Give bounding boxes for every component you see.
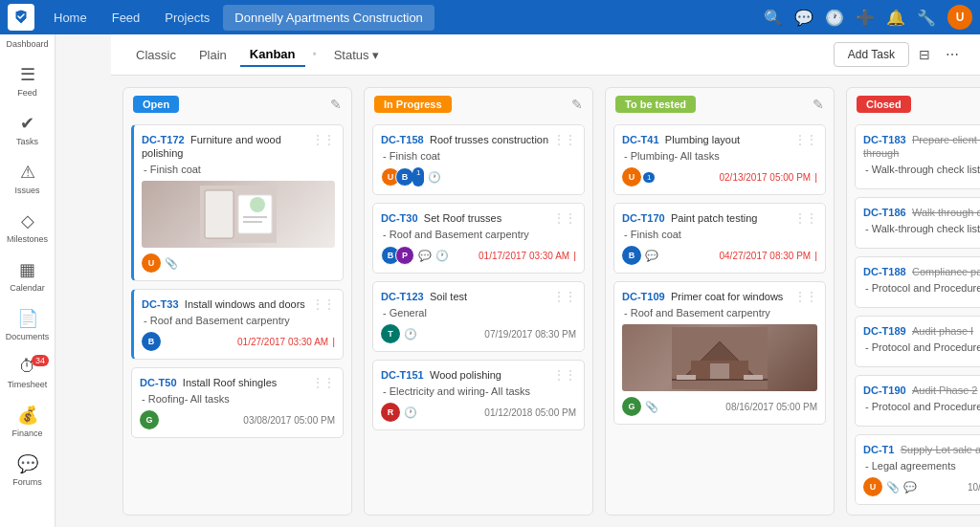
avatar: B [622,246,641,265]
view-classic-button[interactable]: Classic [126,44,186,66]
card-sub: Protocol and Procedures [863,341,980,353]
card-sub: Legal agreements [863,460,980,472]
status-filter-button[interactable]: Status ▾ [324,44,389,66]
card-dc-t170[interactable]: DC-T170 Paint patch testing ⋮⋮ Finish co… [613,203,826,274]
card-date: 02/13/2017 05:00 PM [720,172,812,183]
card-dc-t1-header: DC-T1 Supply Lot sale agreement ⋮⋮ [863,443,980,456]
drag-handle-icon[interactable]: ⋮⋮ [312,376,335,389]
card-dc-t183[interactable]: DC-T183 Prepare client list for walk thr… [855,124,980,189]
drag-handle-icon[interactable]: ⋮⋮ [312,133,335,146]
avatar-stack: B P [381,246,414,265]
card-dc-t33[interactable]: DC-T33 Install windows and doors ⋮⋮ Roof… [131,289,344,360]
card-sub: Finish coat [622,229,817,240]
sidebar-item-forums[interactable]: 💬 Forums [0,446,55,494]
main-content: Classic Plain Kanban • Status ▾ Add Task… [111,34,980,527]
drag-handle-icon[interactable]: ⋮⋮ [794,133,817,146]
card-sub: Walk-through check list [863,164,980,175]
clock-icon[interactable]: 🕐 [825,9,844,27]
card-dc-t189[interactable]: DC-T189 Audit phase I ⋮⋮ Protocol and Pr… [855,316,980,367]
card-id: DC-T183 [863,134,906,145]
sidebar-item-timesheet[interactable]: ⏱ Timesheet 34 [0,349,55,397]
card-title: Compliance paperwork [912,266,980,277]
card-dc-t151[interactable]: DC-T151 Wood polishing ⋮⋮ Electricity an… [372,360,585,430]
comment-icon: 💬 [903,481,917,494]
tools-icon[interactable]: 🔧 [917,9,936,27]
card-sub: Finish coat [142,164,335,175]
card-footer: G 03/08/2017 05:00 PM [140,410,335,429]
card-id: DC-T170 [622,212,665,224]
card-sub: General [381,307,576,318]
chat-icon[interactable]: 💬 [794,9,813,27]
card-date: 08/16/2017 05:00 PM [725,402,817,412]
card-date: 01/17/2017 03:30 AM [479,251,569,261]
view-kanban-button[interactable]: Kanban [240,43,305,67]
drag-handle-icon[interactable]: ⋮⋮ [794,290,817,303]
sidebar-item-finance[interactable]: 💰 Finance [0,397,55,446]
card-dc-t123[interactable]: DC-T123 Soil test ⋮⋮ General T 🕐 07/19/2… [372,281,585,352]
search-icon[interactable]: 🔍 [764,9,783,27]
nav-project-active[interactable]: Donnelly Apartments Construction [223,5,434,31]
drag-handle-icon[interactable]: ⋮⋮ [553,368,576,382]
card-dc-t109[interactable]: DC-T109 Primer coat for windows ⋮⋮ Roof … [613,281,826,425]
card-dc-t30[interactable]: DC-T30 Set Roof trusses ⋮⋮ Roof and Base… [372,203,585,274]
plus-icon[interactable]: ➕ [856,9,875,27]
sidebar-item-issues[interactable]: ⚠ Issues [0,154,55,203]
card-id: DC-T33 [142,298,179,310]
card-footer: T 🕐 07/19/2017 08:30 PM [381,324,576,343]
card-dc-t190[interactable]: DC-T190 Audit Phase 2 ⋮⋮ Protocol and Pr… [855,375,980,427]
sidebar-item-calendar[interactable]: ▦ Calendar [0,252,55,300]
card-dc-t172[interactable]: DC-T172 Furniture and wood polishing ⋮⋮ … [131,124,344,281]
drag-handle-icon[interactable]: ⋮⋮ [794,211,817,225]
filter-icon[interactable]: ⊟ [913,43,936,66]
sidebar-item-documents[interactable]: 📄 Documents [0,300,55,349]
top-navigation: Home Feed Projects Donnelly Apartments C… [0,0,980,34]
card-dc-t41[interactable]: DC-T41 Plumbing layout ⋮⋮ Plumbing- All … [613,124,826,195]
card-dc-t186[interactable]: DC-T186 Walk through day plan ⋮⋮ Walk-th… [855,197,980,249]
add-task-button[interactable]: Add Task [834,42,909,67]
card-title: Roof trusses construction [430,134,548,145]
more-options-icon[interactable]: ⋯ [940,43,965,66]
card-id: DC-T186 [863,207,906,218]
column-open-menu[interactable]: ✎ [330,97,342,112]
toolbar-separator: • [313,48,317,61]
card-id: DC-T190 [863,384,906,396]
closed-badge: Closed [857,96,911,113]
card-dc-t109-header: DC-T109 Primer coat for windows ⋮⋮ [622,290,817,303]
sidebar-item-feed[interactable]: ☰ Feed [0,56,55,105]
comment-icon: 💬 [645,250,658,262]
svg-rect-11 [677,375,696,380]
card-dc-t50[interactable]: DC-T50 Install Roof shingles ⋮⋮ Roofing-… [131,367,344,438]
bell-icon[interactable]: 🔔 [886,9,905,27]
card-date: 10/05/2016 04:30 AM [968,482,980,493]
nav-feed[interactable]: Feed [100,5,152,31]
nav-projects[interactable]: Projects [153,5,221,31]
card-footer: B P 💬 🕐 01/17/2017 03:30 AM | [381,246,576,265]
svg-rect-12 [744,375,763,380]
card-footer: B 💬 04/27/2017 08:30 PM | [622,246,817,265]
drag-handle-icon[interactable]: ⋮⋮ [553,133,576,146]
card-dc-t188[interactable]: DC-T188 Compliance paperwork ⋮⋮ Protocol… [855,256,980,308]
card-dc-t41-header: DC-T41 Plumbing layout ⋮⋮ [622,133,817,146]
drag-handle-icon[interactable]: ⋮⋮ [553,211,576,225]
nav-home[interactable]: Home [42,5,99,31]
card-dc-t151-header: DC-T151 Wood polishing ⋮⋮ [381,368,576,382]
column-totest-menu[interactable]: ✎ [813,97,824,112]
avatar: P [395,246,414,265]
sidebar-item-milestones[interactable]: ◇ Milestones [0,203,55,252]
view-plain-button[interactable]: Plain [189,44,236,66]
sidebar-item-tasks[interactable]: ✔ Tasks [0,105,55,154]
app-logo[interactable] [8,4,34,31]
column-inprogress-menu[interactable]: ✎ [571,97,583,112]
drag-handle-icon[interactable]: ⋮⋮ [312,297,335,311]
avatar: B [142,332,161,351]
attach-icon: 📎 [886,481,900,494]
column-totest-body: DC-T41 Plumbing layout ⋮⋮ Plumbing- All … [606,121,834,515]
card-title: Install Roof shingles [183,377,277,388]
card-dc-t1[interactable]: DC-T1 Supply Lot sale agreement ⋮⋮ Legal… [855,434,980,505]
user-avatar[interactable]: U [947,5,972,30]
card-sub: Roof and Basement carpentry [142,315,335,326]
card-dc-t158[interactable]: DC-T158 Roof trusses construction ⋮⋮ Fin… [372,124,585,195]
avatar: G [140,410,159,429]
card-title: Set Roof trusses [424,212,501,224]
drag-handle-icon[interactable]: ⋮⋮ [553,290,576,303]
